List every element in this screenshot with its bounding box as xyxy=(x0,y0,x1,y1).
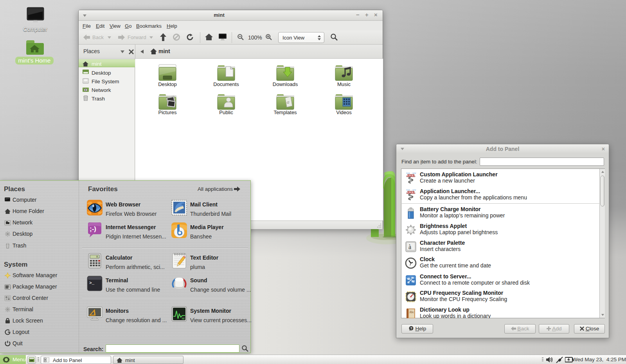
svg-text:40: 40 xyxy=(182,318,184,320)
svg-text:>_: >_ xyxy=(89,281,95,285)
svg-text:Abc: Abc xyxy=(409,310,414,314)
svg-text:à: à xyxy=(408,244,411,250)
svg-text:0.: 0. xyxy=(96,255,99,258)
svg-text:?: ? xyxy=(410,326,412,330)
svg-text:;-): ;-) xyxy=(90,225,96,233)
svg-text:a: a xyxy=(287,99,290,105)
